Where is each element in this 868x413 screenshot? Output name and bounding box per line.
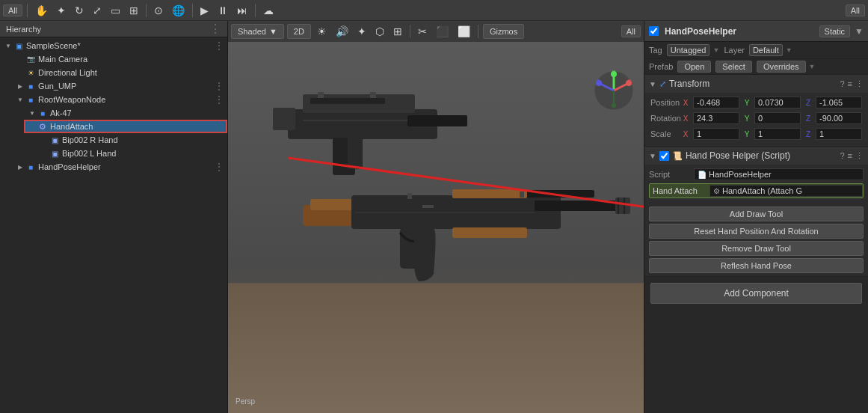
fx-icon-btn[interactable]: ✦ bbox=[354, 24, 369, 39]
hand-pose-checkbox[interactable] bbox=[659, 151, 669, 161]
scale-label: Scale bbox=[650, 129, 681, 138]
icon-samplescene: ▣ bbox=[13, 40, 24, 51]
hand-attach-row: Hand Attach ⚙ HandAttach (Attach G bbox=[649, 183, 864, 198]
pos-y-label: Y bbox=[742, 99, 751, 107]
hand-pose-arrow: ▼ bbox=[649, 152, 656, 160]
top-toolbar: All ✋ ✦ ↻ ⤢ ▭ ⊞ ⊙ 🌐 ▶ ⏸ ⏭ ☁ All bbox=[0, 0, 868, 21]
hierarchy-item-samplescene[interactable]: ▼ ▣ SampleScene* ⋮ bbox=[0, 39, 227, 52]
global-btn[interactable]: 🌐 bbox=[169, 3, 188, 18]
sep4 bbox=[255, 4, 256, 17]
script-field-value: 📄 HandPoseHelper bbox=[694, 168, 864, 180]
inspector-top-bar: HandPoseHelper Static ▼ bbox=[644, 21, 868, 42]
hierarchy-item-bip002rhand[interactable]: ▣ Bip002 R Hand bbox=[36, 133, 227, 147]
reflesh-hand-pose-btn[interactable]: Reflesh Hand Pose bbox=[649, 258, 864, 273]
rot-z-input[interactable] bbox=[816, 112, 862, 124]
pivot-btn[interactable]: ⊙ bbox=[151, 3, 166, 18]
hand-pose-title: Hand Pose Helper (Script) bbox=[686, 150, 840, 161]
rotate-tool-btn[interactable]: ↻ bbox=[72, 3, 87, 18]
hierarchy-header: Hierarchy ⋮ bbox=[0, 21, 227, 37]
scale-z-input[interactable] bbox=[816, 128, 862, 140]
select-btn[interactable]: Select bbox=[715, 61, 752, 73]
layer-dropdown[interactable]: Default bbox=[749, 44, 783, 56]
transform-header[interactable]: ▼ ⤢ Transform ? ≡ ⋮ bbox=[644, 75, 868, 93]
svg-rect-25 bbox=[407, 193, 412, 199]
position-fields: X Y Z bbox=[681, 97, 862, 108]
scale-y-input[interactable] bbox=[754, 128, 801, 140]
main-layout: Hierarchy ⋮ ▼ ▣ SampleScene* ⋮ 📷 Main Ca… bbox=[0, 21, 868, 413]
hand-attach-field[interactable]: ⚙ HandAttach (Attach G bbox=[710, 185, 863, 197]
hand-pose-more-icon: ⋮ bbox=[855, 151, 864, 161]
hierarchy-item-rootweapon[interactable]: ▼ ■ RootWeaponNode ⋮ bbox=[12, 93, 227, 106]
arrow-maincamera bbox=[15, 54, 25, 64]
rot-y-input[interactable] bbox=[754, 112, 801, 124]
remove-draw-tool-btn[interactable]: Remove Draw Tool bbox=[649, 241, 864, 256]
active-checkbox[interactable] bbox=[649, 26, 659, 36]
dots-samplescene: ⋮ bbox=[214, 40, 224, 52]
scene-icon-btn5[interactable]: ⬜ bbox=[455, 24, 473, 39]
script-value-text: HandPoseHelper bbox=[709, 170, 772, 179]
svg-rect-11 bbox=[310, 98, 385, 104]
open-btn[interactable]: Open bbox=[677, 61, 711, 73]
overrides-btn[interactable]: Overrides bbox=[757, 61, 806, 73]
light-icon-btn[interactable]: ☀ bbox=[314, 24, 330, 39]
icon-handattach: ⚙ bbox=[37, 121, 48, 132]
scene-viewport[interactable]: Shaded ▼ 2D ☀ 🔊 ✦ ⬡ ⊞ ✂ ⬛ ⬜ Gizmos All bbox=[228, 21, 644, 413]
label-samplescene: SampleScene* bbox=[26, 41, 81, 50]
svg-text:Z: Z bbox=[597, 79, 600, 83]
all-tag-right[interactable]: All bbox=[846, 4, 865, 16]
scale-tool-btn[interactable]: ⤢ bbox=[90, 3, 105, 18]
rot-x-input[interactable] bbox=[693, 112, 739, 124]
scale-x-input[interactable] bbox=[693, 128, 739, 140]
reset-hand-position-btn[interactable]: Reset Hand Position And Rotation bbox=[649, 224, 864, 239]
hierarchy-item-handposehelper[interactable]: ▶ ■ HandPoseHelper ⋮ bbox=[12, 160, 227, 174]
svg-rect-23 bbox=[422, 205, 434, 208]
hierarchy-item-gunump[interactable]: ▶ ■ Gun_UMP ⋮ bbox=[12, 79, 227, 93]
label-bip002lhand: Bip002 L Hand bbox=[62, 149, 116, 158]
play-btn[interactable]: ▶ bbox=[197, 3, 212, 18]
label-bip002rhand: Bip002 R Hand bbox=[62, 135, 118, 144]
arrow-handattach bbox=[27, 121, 37, 132]
hierarchy-item-bip002lhand[interactable]: ▣ Bip002 L Hand bbox=[36, 147, 227, 160]
hierarchy-item-maincamera[interactable]: 📷 Main Camera bbox=[12, 52, 227, 66]
icon-dirlight: ☀ bbox=[25, 67, 36, 78]
scene-icon-btn2[interactable]: ⊞ bbox=[390, 24, 405, 39]
icon-gunump: ■ bbox=[25, 81, 36, 91]
add-component-btn[interactable]: Add Component bbox=[650, 283, 862, 304]
all-tag-left[interactable]: All bbox=[3, 4, 22, 16]
pause-btn[interactable]: ⏸ bbox=[215, 3, 231, 18]
move-tool-btn[interactable]: ✦ bbox=[54, 3, 69, 18]
tag-layer-row: Tag Untagged ▼ Layer Default ▼ bbox=[644, 42, 868, 59]
add-draw-tool-btn[interactable]: Add Draw Tool bbox=[649, 206, 864, 221]
pos-y-input[interactable] bbox=[754, 97, 801, 108]
arrow-bip002lhand bbox=[39, 148, 49, 159]
hierarchy-menu-icon[interactable]: ⋮ bbox=[209, 22, 221, 36]
collab-btn[interactable]: ☁ bbox=[260, 3, 277, 18]
shading-dropdown[interactable]: Shaded ▼ bbox=[231, 24, 284, 39]
2d-btn[interactable]: 2D bbox=[287, 24, 311, 39]
hand-attach-icon: ⚙ bbox=[713, 187, 720, 195]
hand-pose-icon: 📜 bbox=[672, 151, 683, 161]
scene-icon-btn3[interactable]: ✂ bbox=[415, 24, 430, 39]
pos-x-label: X bbox=[681, 99, 690, 107]
multi-tool-btn[interactable]: ⊞ bbox=[126, 3, 141, 18]
static-badge-btn[interactable]: Static bbox=[819, 25, 851, 37]
hierarchy-panel: Hierarchy ⋮ ▼ ▣ SampleScene* ⋮ 📷 Main Ca… bbox=[0, 21, 228, 413]
hierarchy-item-dirlight[interactable]: ☀ Directional Light bbox=[12, 66, 227, 79]
hand-pose-helper-header[interactable]: ▼ 📜 Hand Pose Helper (Script) ? ≡ ⋮ bbox=[644, 147, 868, 165]
hierarchy-item-handattach[interactable]: ⚙ HandAttach bbox=[24, 120, 227, 133]
svg-text:X: X bbox=[628, 79, 631, 83]
audio-icon-btn[interactable]: 🔊 bbox=[333, 24, 351, 39]
gizmos-btn[interactable]: Gizmos bbox=[483, 24, 524, 39]
scene-icon-btn1[interactable]: ⬡ bbox=[372, 24, 387, 39]
static-dropdown-arrow[interactable]: ▼ bbox=[855, 26, 864, 37]
tag-dropdown[interactable]: Untagged bbox=[667, 44, 710, 56]
step-btn[interactable]: ⏭ bbox=[234, 3, 250, 18]
rect-tool-btn[interactable]: ▭ bbox=[108, 3, 123, 18]
pos-x-input[interactable] bbox=[693, 97, 739, 108]
pos-z-input[interactable] bbox=[816, 97, 862, 108]
scene-all-tag[interactable]: All bbox=[621, 25, 641, 37]
hand-tool-btn[interactable]: ✋ bbox=[32, 3, 51, 18]
hierarchy-item-ak47[interactable]: ▼ ■ Ak-47 bbox=[24, 106, 227, 120]
rotation-fields: X Y Z bbox=[681, 112, 862, 124]
scene-icon-btn4[interactable]: ⬛ bbox=[433, 24, 452, 39]
